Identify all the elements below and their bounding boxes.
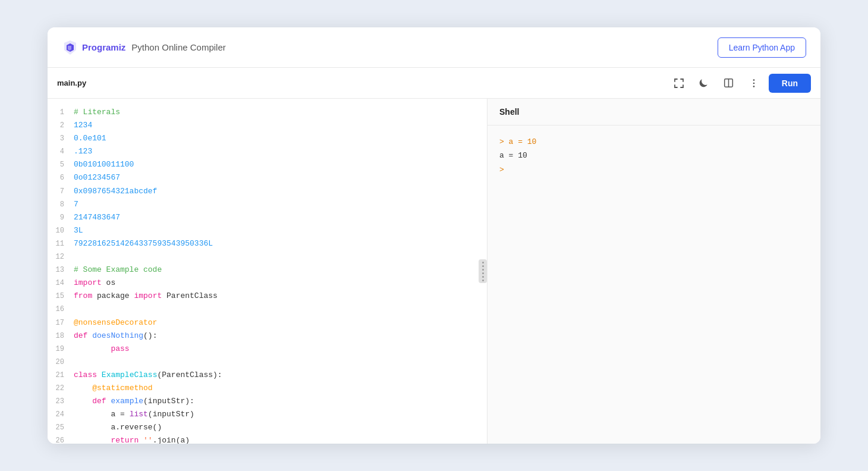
line-number: 3	[48, 133, 74, 145]
main-content: 1# Literals2123430.0e1014.12350b01010011…	[48, 99, 820, 444]
token	[74, 397, 92, 406]
line-code: 0o01234567	[74, 171, 487, 184]
line-number: 2	[48, 120, 74, 131]
logo: Programiz	[62, 39, 125, 56]
more-options-button[interactable]	[744, 73, 764, 93]
token: doesNothing	[92, 331, 143, 340]
token: 0b01010011100	[74, 160, 134, 169]
layout-icon	[724, 78, 734, 88]
token	[139, 436, 143, 444]
main-window: Programiz Python Online Compiler Learn P…	[48, 27, 820, 444]
token: example	[111, 397, 143, 406]
code-line-26: 26 return ''.join(a)	[48, 434, 487, 444]
token: 0x0987654321abcdef	[74, 187, 157, 196]
learn-python-app-button[interactable]: Learn Python App	[718, 37, 806, 58]
line-number: 10	[48, 225, 74, 237]
token: 0.0e101	[74, 134, 106, 143]
run-button[interactable]: Run	[769, 74, 811, 93]
token: @staticmethod	[92, 384, 152, 392]
token: @nonsenseDecorator	[74, 318, 157, 327]
line-code: def doesNothing():	[74, 329, 487, 343]
fullscreen-icon	[674, 78, 684, 89]
code-line-18: 18def doesNothing():	[48, 329, 487, 343]
line-number: 23	[48, 395, 74, 407]
code-editor[interactable]: 1# Literals2123430.0e1014.12350b01010011…	[48, 99, 487, 444]
line-number: 1	[48, 106, 74, 118]
code-line-1: 1# Literals	[48, 106, 487, 119]
line-code: @staticmethod	[74, 382, 487, 395]
code-line-4: 4.123	[48, 145, 487, 158]
code-line-7: 70x0987654321abcdef	[48, 185, 487, 198]
code-line-5: 50b01010011100	[48, 158, 487, 171]
token: package	[92, 291, 134, 300]
line-number: 18	[48, 330, 74, 342]
code-line-8: 87	[48, 198, 487, 211]
line-number: 8	[48, 199, 74, 211]
svg-point-4	[753, 82, 754, 84]
token: def	[74, 331, 87, 340]
toolbar: main.py Run	[48, 68, 820, 99]
code-line-3: 30.0e101	[48, 132, 487, 145]
line-number: 14	[48, 277, 74, 289]
line-number: 6	[48, 172, 74, 184]
line-code: 1234	[74, 119, 487, 132]
line-code: import os	[74, 277, 487, 290]
line-code: 0b01010011100	[74, 158, 487, 171]
line-number: 25	[48, 422, 74, 434]
line-number: 4	[48, 146, 74, 158]
token: class	[74, 370, 97, 379]
line-code: 0.0e101	[74, 132, 487, 145]
token: 0o01234567	[74, 173, 120, 182]
token: def	[92, 397, 106, 406]
code-line-10: 103L	[48, 224, 487, 237]
code-line-9: 92147483647	[48, 211, 487, 224]
code-line-22: 22 @staticmethod	[48, 382, 487, 395]
code-line-20: 20	[48, 356, 487, 369]
layout-button[interactable]	[719, 73, 739, 93]
line-code: a = list(inputStr)	[74, 408, 487, 421]
line-code: from package import ParentClass	[74, 290, 487, 303]
code-line-24: 24 a = list(inputStr)	[48, 408, 487, 421]
token: a =	[74, 410, 130, 419]
file-tab[interactable]: main.py	[57, 76, 86, 90]
code-line-19: 19 pass	[48, 343, 487, 356]
code-line-25: 25 a.reverse()	[48, 421, 487, 434]
line-code: class ExampleClass(ParentClass):	[74, 369, 487, 382]
token: a.reverse()	[74, 423, 162, 432]
code-line-13: 13# Some Example code	[48, 263, 487, 277]
code-line-21: 21class ExampleClass(ParentClass):	[48, 369, 487, 382]
shell-header: Shell	[488, 99, 820, 125]
shell-content: > a = 10a = 10>	[488, 125, 820, 186]
token: 2147483647	[74, 213, 120, 222]
line-code: .123	[74, 145, 487, 158]
token	[74, 436, 111, 444]
line-number: 7	[48, 186, 74, 197]
token: ():	[143, 331, 157, 340]
token: import	[74, 278, 102, 287]
line-number: 19	[48, 343, 74, 355]
token: ParentClass	[162, 291, 218, 300]
code-line-14: 14import os	[48, 277, 487, 290]
code-line-23: 23 def example(inputStr):	[48, 395, 487, 408]
shell-prompt-text: > a = 10	[499, 137, 536, 146]
token: (inputStr)	[148, 410, 194, 419]
token: 7	[74, 200, 78, 209]
token	[74, 384, 92, 392]
line-code: 7	[74, 198, 487, 211]
line-code: a.reverse()	[74, 421, 487, 434]
token: # Literals	[74, 108, 120, 117]
line-code: @nonsenseDecorator	[74, 316, 487, 329]
theme-toggle-button[interactable]	[694, 73, 714, 93]
token: # Some Example code	[74, 265, 162, 274]
programiz-logo-icon	[62, 39, 78, 56]
line-number: 16	[48, 303, 74, 315]
line-number: 13	[48, 264, 74, 276]
shell-pane: Shell > a = 10a = 10>	[488, 99, 820, 444]
line-code: return ''.join(a)	[74, 434, 487, 444]
pane-resizer[interactable]	[479, 259, 487, 283]
line-number: 9	[48, 212, 74, 224]
code-line-6: 60o01234567	[48, 171, 487, 184]
fullscreen-button[interactable]	[669, 73, 689, 93]
line-number: 21	[48, 369, 74, 381]
editor-pane[interactable]: 1# Literals2123430.0e1014.12350b01010011…	[48, 99, 488, 444]
